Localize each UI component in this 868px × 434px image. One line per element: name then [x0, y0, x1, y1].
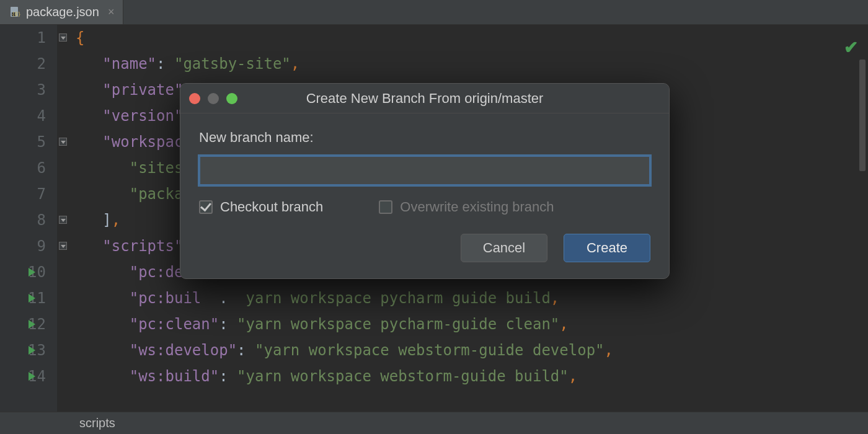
create-button[interactable]: Create [564, 234, 650, 262]
tab-package-json[interactable]: {0} package.json × [0, 0, 123, 24]
code-line[interactable]: "pc:buil . yarn workspace pycharm guide … [76, 285, 868, 311]
line-number: 10 [0, 259, 46, 285]
overwrite-branch-checkbox[interactable]: Overwrite existing branch [379, 199, 554, 215]
dialog-title: Create New Branch From origin/master [306, 91, 544, 107]
window-minimize-icon[interactable] [208, 93, 219, 104]
run-gutter-icon[interactable] [29, 268, 35, 277]
run-gutter-icon[interactable] [29, 294, 35, 303]
dialog-titlebar[interactable]: Create New Branch From origin/master [180, 84, 669, 113]
line-number: 4 [0, 103, 46, 129]
fold-column [57, 25, 71, 412]
fold-icon[interactable] [59, 216, 67, 224]
fold-icon[interactable] [59, 33, 67, 42]
line-number: 6 [0, 155, 46, 181]
breadcrumb-item[interactable]: scripts [79, 416, 115, 430]
code-line[interactable]: "ws:develop": "yarn workspace webstorm-g… [76, 337, 868, 363]
json-file-icon: {0} [9, 6, 21, 19]
analysis-ok-icon[interactable]: ✔ [844, 37, 858, 58]
checkout-branch-label: Checkout branch [220, 199, 323, 215]
scrollbar[interactable] [859, 60, 866, 171]
run-gutter-icon[interactable] [29, 320, 35, 329]
code-line[interactable]: "ws:build": "yarn workspace webstorm-gui… [76, 363, 868, 389]
code-line[interactable]: { [76, 25, 868, 51]
tab-bar: {0} package.json × [0, 0, 868, 25]
code-line[interactable]: "pc:clean": "yarn workspace pycharm-guid… [76, 311, 868, 337]
line-number: 13 [0, 337, 46, 363]
gutter: 1234567891011121314 [0, 25, 57, 412]
line-number: 3 [0, 77, 46, 103]
window-controls [189, 93, 237, 104]
fold-icon[interactable] [59, 138, 67, 146]
branch-name-input[interactable] [199, 156, 650, 185]
line-number: 2 [0, 51, 46, 77]
window-close-icon[interactable] [189, 93, 200, 104]
line-number: 5 [0, 129, 46, 155]
line-number: 9 [0, 233, 46, 259]
branch-name-label: New branch name: [199, 130, 650, 146]
cancel-button[interactable]: Cancel [461, 234, 547, 262]
line-number: 8 [0, 207, 46, 233]
checkout-branch-checkbox[interactable]: Checkout branch [199, 199, 323, 215]
run-gutter-icon[interactable] [29, 346, 35, 355]
tab-filename: package.json [26, 5, 99, 19]
overwrite-branch-label: Overwrite existing branch [400, 199, 554, 215]
line-number: 7 [0, 181, 46, 207]
line-number: 11 [0, 285, 46, 311]
line-number: 1 [0, 25, 46, 51]
svg-text:{0}: {0} [12, 12, 20, 17]
run-gutter-icon[interactable] [29, 372, 35, 381]
checkbox-icon [199, 200, 213, 214]
create-branch-dialog: Create New Branch From origin/master New… [180, 83, 670, 279]
window-maximize-icon[interactable] [226, 93, 237, 104]
checkbox-icon [379, 200, 392, 214]
breadcrumb[interactable]: scripts [0, 412, 868, 434]
code-line[interactable]: "name": "gatsby-site", [76, 51, 868, 77]
line-number: 14 [0, 363, 46, 389]
fold-icon[interactable] [59, 242, 67, 250]
close-icon[interactable]: × [108, 6, 115, 19]
line-number: 12 [0, 311, 46, 337]
